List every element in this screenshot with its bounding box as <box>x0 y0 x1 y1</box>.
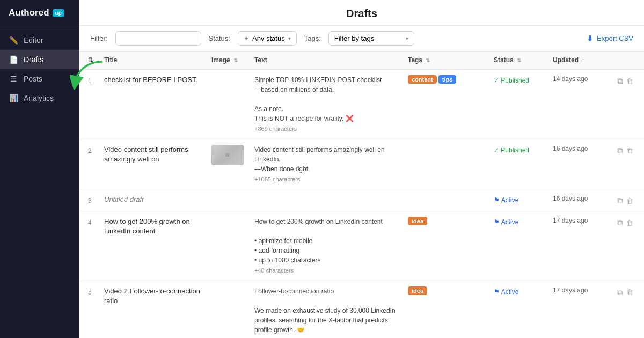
copy-icon[interactable]: ⧉ <box>617 196 623 205</box>
chevron-down-icon: ▾ <box>288 35 291 41</box>
tag-idea: idea <box>408 286 427 295</box>
row-text-4: How to get 200% growth on LinkedIn conte… <box>249 211 402 281</box>
table-row: 4How to get 200% growth on LinkedIn cont… <box>79 211 644 281</box>
row-num-5: 5 <box>79 281 99 338</box>
row-actions-3: ⧉🗑 <box>612 189 644 211</box>
copy-icon[interactable]: ⧉ <box>617 76 623 86</box>
col-header-image[interactable]: Image ⇅ <box>206 52 249 69</box>
drafts-icon: 📄 <box>9 55 18 64</box>
status-sort-icon: ⇅ <box>517 57 521 63</box>
status-dropdown[interactable]: ✦ Any status ▾ <box>238 31 297 46</box>
row-title-3[interactable]: Untitled draft <box>99 189 206 211</box>
row-status-1: ✓ Published <box>488 69 547 139</box>
delete-icon[interactable]: 🗑 <box>626 146 633 155</box>
status-value: Any status <box>252 34 285 42</box>
row-title-1[interactable]: checklist for BEFORE I POST. <box>99 69 206 139</box>
row-image-2: ▤ <box>206 139 249 189</box>
sidebar-item-analytics-label: Analytics <box>24 94 54 102</box>
tag-tips: tips <box>438 75 457 84</box>
filter-input[interactable] <box>115 31 201 46</box>
row-text-more-2: +1065 characters <box>254 175 397 184</box>
row-image-5 <box>206 281 249 338</box>
delete-icon[interactable]: 🗑 <box>626 288 633 296</box>
col-header-tags[interactable]: Tags ⇅ <box>402 52 488 69</box>
tags-chevron-icon: ▾ <box>406 35 408 41</box>
row-title-2[interactable]: Video content still performs amazingly w… <box>99 139 206 189</box>
status-badge: ⚑ Active <box>494 286 518 297</box>
row-num-1: 1 <box>79 69 99 139</box>
row-tags-3 <box>402 189 488 211</box>
row-num-2: 2 <box>79 139 99 189</box>
toolbar: Filter: Status: ✦ Any status ▾ Tags: Fil… <box>79 26 644 52</box>
image-sort-icon: ⇅ <box>233 57 238 63</box>
row-text-5: Follower-to-connection ratio We made an … <box>249 281 402 338</box>
row-tags-4: idea <box>402 211 488 281</box>
table-body: 1checklist for BEFORE I POST.Simple TOP-… <box>79 69 644 338</box>
row-updated-3: 16 days ago <box>547 189 612 211</box>
drafts-table-container: ⇅ Title Image ⇅ Text Tags <box>79 52 644 338</box>
row-updated-1: 14 days ago <box>547 69 612 139</box>
sidebar: Authored up ✏️ Editor 📄 Drafts ☰ Posts 📊… <box>0 0 79 338</box>
posts-icon: ☰ <box>9 75 18 83</box>
row-status-2: ✓ Published <box>488 139 547 189</box>
status-label: Status: <box>209 34 230 42</box>
sidebar-item-drafts[interactable]: 📄 Drafts <box>0 50 79 69</box>
sidebar-item-editor[interactable]: ✏️ Editor <box>0 31 79 50</box>
sidebar-item-drafts-label: Drafts <box>24 55 43 64</box>
row-actions-5: ⧉🗑 <box>612 281 644 303</box>
status-badge: ✓ Published <box>494 75 529 86</box>
download-icon: ⬇ <box>587 34 594 43</box>
row-status-3: ⚑ Active <box>488 189 547 211</box>
col-header-num: ⇅ <box>79 52 99 69</box>
delete-icon[interactable]: 🗑 <box>626 77 633 85</box>
sidebar-item-posts[interactable]: ☰ Posts <box>0 69 79 89</box>
table-row: 2Video content still performs amazingly … <box>79 139 644 189</box>
sidebar-item-analytics[interactable]: 📊 Analytics <box>0 89 79 108</box>
logo-badge: up <box>53 9 64 17</box>
row-tags-1: contenttips <box>402 69 488 139</box>
copy-icon[interactable]: ⧉ <box>617 288 623 297</box>
export-csv-button[interactable]: ⬇ Export CSV <box>587 34 633 43</box>
row-text-more-5: +1030 characters <box>254 336 397 339</box>
table-row: 5Video 2 Follower-to-connection ratioFol… <box>79 281 644 338</box>
export-label: Export CSV <box>597 34 633 42</box>
logo: Authored up <box>0 0 79 26</box>
row-tags-2 <box>402 139 488 189</box>
row-updated-5: 17 days ago <box>547 281 612 338</box>
copy-icon[interactable]: ⧉ <box>617 218 623 227</box>
row-image-3 <box>206 189 249 211</box>
col-header-updated[interactable]: Updated ↑ <box>547 52 612 69</box>
row-actions-4: ⧉🗑 <box>612 211 644 233</box>
row-text-3 <box>249 189 402 211</box>
copy-icon[interactable]: ⧉ <box>617 146 623 156</box>
row-text-more-1: +869 characters <box>254 124 397 134</box>
status-badge: ✓ Published <box>494 145 529 156</box>
row-text-1: Simple TOP-10%-LINKEDIN-POST checklist —… <box>249 69 402 139</box>
drafts-table: ⇅ Title Image ⇅ Text Tags <box>79 52 644 338</box>
analytics-icon: 📊 <box>9 94 18 102</box>
delete-icon[interactable]: 🗑 <box>626 197 633 205</box>
col-header-status[interactable]: Status ⇅ <box>488 52 547 69</box>
row-title-5[interactable]: Video 2 Follower-to-connection ratio <box>99 281 206 338</box>
row-title-4[interactable]: How to get 200% growth on LinkedIn conte… <box>99 211 206 281</box>
status-dot-icon: ✦ <box>244 35 249 42</box>
col-header-text[interactable]: Text <box>249 52 402 69</box>
tags-sort-icon: ⇅ <box>426 57 430 63</box>
row-actions-1: ⧉🗑 <box>612 70 644 91</box>
logo-text: Authored <box>9 8 49 18</box>
col-header-title[interactable]: Title <box>99 52 206 69</box>
row-updated-2: 16 days ago <box>547 139 612 189</box>
table-header-row: ⇅ Title Image ⇅ Text Tags <box>79 52 644 69</box>
editor-icon: ✏️ <box>9 36 18 45</box>
main-content: Drafts Filter: Status: ✦ Any status ▾ Ta… <box>79 0 644 338</box>
row-status-5: ⚑ Active <box>488 281 547 338</box>
delete-icon[interactable]: 🗑 <box>626 219 633 227</box>
sidebar-nav: ✏️ Editor 📄 Drafts ☰ Posts 📊 Analytics <box>0 26 79 112</box>
row-num-4: 4 <box>79 211 99 281</box>
row-image-4 <box>206 211 249 281</box>
sidebar-item-editor-label: Editor <box>24 36 43 45</box>
page-header: Drafts <box>79 0 644 26</box>
tags-dropdown[interactable]: Filter by tags ▾ <box>328 31 414 46</box>
status-badge: ⚑ Active <box>494 195 518 205</box>
table-row: 3Untitled draft⚑ Active16 days ago⧉🗑 <box>79 189 644 211</box>
